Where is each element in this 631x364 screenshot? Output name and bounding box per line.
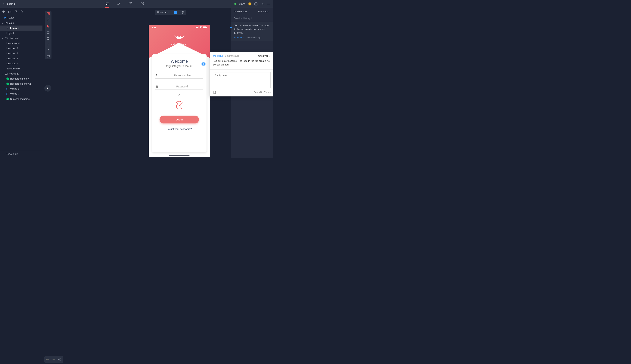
tree-link-card-1[interactable]: Link card 1: [0, 46, 43, 51]
tool-circle-icon[interactable]: [47, 37, 49, 40]
send-label[interactable]: Send(⌘+Enter): [254, 91, 271, 94]
flag-button[interactable]: [15, 10, 17, 13]
welcome-heading: Welcome: [171, 59, 188, 64]
tree-login-1[interactable]: ⌂Login 1: [0, 26, 43, 30]
svg-rect-15: [47, 31, 49, 34]
svg-rect-3: [196, 27, 197, 28]
recycle-bin[interactable]: ›Recycle bin: [0, 150, 43, 158]
add-badge-icon[interactable]: +: [248, 2, 251, 6]
reply-input[interactable]: [213, 72, 271, 88]
forgot-password-link[interactable]: Forgot your password?: [167, 128, 192, 130]
annotation-toolstrip: [45, 11, 52, 59]
comment-time: 5 months ago: [225, 54, 239, 57]
attachment-button[interactable]: [213, 90, 216, 94]
comment-status-dropdown[interactable]: Unsolved ⌄: [258, 54, 271, 57]
tab-comments[interactable]: [105, 0, 109, 8]
delete-comment-button[interactable]: [181, 11, 184, 14]
comment-filter-bar: Unsolved ⌄: [155, 10, 186, 15]
svg-rect-13: [48, 14, 49, 15]
login-button[interactable]: Login: [159, 116, 199, 124]
add-page-button[interactable]: [2, 10, 5, 13]
tool-pointer-icon[interactable]: [47, 25, 49, 28]
tree-link-account[interactable]: Link account: [0, 41, 43, 46]
status-filter-dropdown[interactable]: Unsolved ⌄: [157, 11, 169, 14]
phone-number-field[interactable]: Phone number: [155, 72, 203, 78]
tree-login-2[interactable]: Login 2: [0, 30, 43, 36]
tree-recharge-money-2[interactable]: ✓Recharge money 2: [0, 81, 43, 86]
phone-mockup: 9:41 CEN WALLET Welcome Sign: [149, 25, 210, 157]
tool-history-icon[interactable]: [47, 18, 50, 22]
svg-rect-11: [47, 12, 48, 15]
tool-rectangle-icon[interactable]: [47, 31, 49, 34]
svg-point-16: [47, 37, 49, 40]
status-icons: [196, 26, 207, 29]
welcome-subtitle: Sign into your account: [166, 64, 192, 68]
comment-author[interactable]: Mockplus: [213, 54, 224, 57]
tree-recharge-money[interactable]: ✓Recharge money: [0, 76, 43, 81]
svg-rect-12: [48, 12, 49, 14]
tool-arrow-icon[interactable]: [47, 49, 49, 52]
color-filter-icon[interactable]: [174, 11, 177, 14]
topbar: Login 1 100% +: [0, 0, 273, 8]
svg-rect-9: [206, 27, 207, 28]
connection-status-icon: [234, 3, 236, 5]
menu-button[interactable]: [267, 3, 270, 5]
tree-folder-recharge[interactable]: ⌄Recharge: [0, 71, 43, 76]
zoom-level[interactable]: 100%: [239, 2, 245, 5]
tree-home[interactable]: ⚑Home: [0, 16, 43, 20]
canvas[interactable]: Unsolved ⌄ 9:41: [43, 8, 231, 158]
revision-item-author: Mockplus: [234, 36, 244, 39]
phone-icon: [155, 74, 158, 77]
revision-item[interactable]: ▶ Too dull color scheme. The logo in the…: [231, 22, 273, 41]
tree-link-card-3[interactable]: Link card 3: [0, 56, 43, 61]
lock-icon: [155, 85, 158, 88]
svg-rect-10: [156, 86, 158, 88]
revision-item-body: Too dull color scheme. The logo in the t…: [234, 24, 271, 35]
search-button[interactable]: [21, 10, 24, 13]
tree-folder-linkcard[interactable]: ⌄Link card: [0, 36, 43, 41]
svg-point-1: [21, 10, 23, 12]
svg-rect-5: [198, 26, 198, 28]
svg-rect-8: [203, 27, 206, 28]
tree-link-card-4[interactable]: Link card 4: [0, 61, 43, 66]
tab-edit[interactable]: [117, 0, 120, 8]
revision-item-time: 5 months ago: [248, 36, 261, 39]
tree-vertify-2[interactable]: Vertify 2: [0, 92, 43, 96]
tree-success-recharge[interactable]: ✓Success recharge: [0, 96, 43, 102]
sidebar: ⚑Home ⌄log in ⌂Login 1 Login 2 ⌄Link car…: [0, 8, 43, 158]
tool-comment-icon[interactable]: [47, 55, 50, 58]
tree-success-link[interactable]: Success link: [0, 66, 43, 71]
panel-status-dropdown[interactable]: Unsolved ⌄: [258, 10, 271, 13]
tool-layers-icon[interactable]: [47, 12, 50, 15]
svg-rect-2: [196, 28, 196, 28]
tab-code[interactable]: [128, 0, 132, 8]
tool-line-icon[interactable]: [47, 43, 49, 46]
comment-marker-1[interactable]: 1: [201, 62, 205, 66]
active-indicator-icon: ▶: [230, 26, 232, 29]
download-button[interactable]: [261, 2, 264, 6]
fingerprint-icon[interactable]: [174, 99, 185, 110]
play-button[interactable]: [255, 2, 258, 6]
status-time: 9:41: [152, 26, 156, 29]
folder-button[interactable]: [8, 10, 11, 13]
or-divider: Or: [178, 94, 180, 96]
tree-link-card-2[interactable]: Link card 2: [0, 51, 43, 56]
svg-point-6: [200, 28, 201, 28]
tree-folder-login[interactable]: ⌄log in: [0, 20, 43, 26]
home-indicator: [169, 155, 190, 156]
brand-logo-icon: [172, 33, 187, 41]
tree-vertify-1[interactable]: Vertify 1: [0, 86, 43, 92]
revision-history-heading: Revision History 1: [231, 15, 273, 22]
comment-popup: Mockplus5 months ago Unsolved ⌄ Too dull…: [210, 52, 273, 96]
page-title: Login 1: [7, 2, 15, 5]
comment-body: Too dull color scheme. The logo in the t…: [210, 58, 273, 70]
password-field[interactable]: Password: [155, 84, 203, 90]
back-button[interactable]: [3, 3, 5, 5]
members-filter-dropdown[interactable]: All Members ⌄: [234, 10, 250, 13]
tab-shuffle[interactable]: [140, 0, 144, 8]
collapse-sidebar-button[interactable]: [44, 85, 51, 92]
svg-rect-4: [197, 27, 198, 28]
